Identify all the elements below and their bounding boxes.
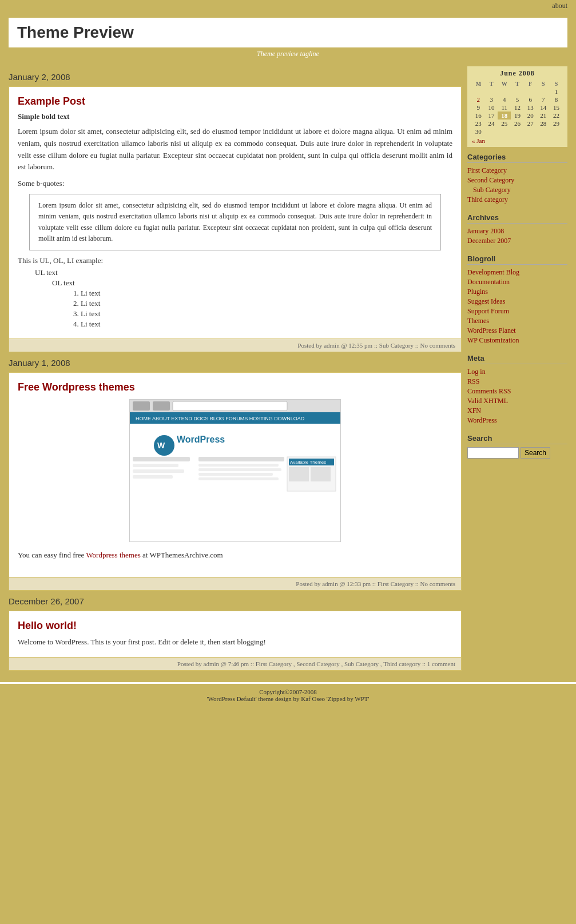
svg-text:W: W [157,441,165,450]
svg-text:HOME  ABOUT  EXTEND  DOCS  BLO: HOME ABOUT EXTEND DOCS BLOG FORUMS HOSTI… [136,416,305,421]
blogroll-wpplanet-link[interactable]: WordPress Planet [467,326,516,334]
calendar-table: M T W T F S S [472,80,563,136]
meta-login-link[interactable]: Log in [467,368,486,376]
blogroll-plugins-link[interactable]: Plugins [467,288,488,296]
post-1-li-4: Li text [81,320,452,329]
post-2-inner: Free Wordpress themes HOME ABOUT EXTEND … [9,373,461,577]
meta-xhtml-link[interactable]: Valid XHTML [467,397,508,405]
category-second: Second Category [467,176,567,185]
post-1-footer: Posted by admin @ 12:35 pm :: Sub Catego… [9,338,461,352]
post-1-title-link[interactable]: Example Post [18,95,85,107]
blogroll-wpcustom-link[interactable]: WP Customization [467,336,519,344]
cal-link[interactable]: 2 [477,96,480,103]
calendar-nav: « Jan [472,137,563,144]
about-link[interactable]: about [552,2,567,10]
archive-dec-2007-link[interactable]: December 2007 [467,237,511,245]
archives-widget: Archives January 2008 December 2007 [467,213,567,246]
cal-cell: 15 [550,103,563,111]
meta-comments-rss-link[interactable]: Comments RSS [467,387,511,395]
post-1-ol-item: OL text [52,278,452,288]
post-1-list-label: This is UL, OL, LI example: [18,256,452,265]
post-1-li-1: Li text [81,289,452,298]
post-3: Hello world! Welcome to WordPress. This … [9,611,462,671]
post-3-title-link[interactable]: Hello world! [18,620,77,631]
main-wrapper: January 2, 2008 Example Post Simple bold… [0,61,576,682]
post-1-ul-item: UL text [35,268,452,277]
svg-rect-15 [198,457,284,461]
blogroll-docs: Documentation [467,277,567,287]
svg-rect-14 [133,475,173,479]
site-title-area: Theme Preview [9,18,567,47]
blogroll-docs-link[interactable]: Documentation [467,278,510,286]
cal-cell [485,87,498,95]
calendar-prev-link[interactable]: « Jan [472,137,485,144]
svg-text:Available Themes: Available Themes [290,460,326,465]
cal-cell: 17 [485,111,498,120]
post-2-link[interactable]: Wordpress themes [86,551,140,559]
post-1: Example Post Simple bold text Lorem ipsu… [9,86,462,352]
category-second-link[interactable]: Second Category [467,176,514,184]
calendar-header-row: M T W T F S S [472,80,563,87]
svg-rect-24 [311,467,331,481]
post-3-inner: Hello world! Welcome to WordPress. This … [9,611,461,657]
header: Theme Preview Theme preview tagline [0,12,576,61]
categories-title: Categories [467,153,567,163]
archives-title: Archives [467,213,567,224]
cal-row-3: 9 10 11 12 13 14 15 [472,103,563,111]
cal-cell [550,128,563,136]
date-header-3: December 26, 2007 [9,596,462,606]
cal-th-t: T [485,80,498,87]
sidebar: June 2008 M T W T F S S [467,66,567,676]
cal-th-w: W [498,80,511,87]
cal-cell: 13 [524,103,537,111]
archives-list: January 2008 December 2007 [467,226,567,246]
post-1-nested-ul: OL text Li text Li text Li text Li text [52,278,452,329]
cal-cell: 22 [550,111,563,120]
cal-cell [498,87,511,95]
category-sub: Sub Category [467,185,567,195]
category-third-link[interactable]: Third category [467,196,508,204]
cal-cell: 12 [511,103,524,111]
cal-cell: 2 [472,95,485,103]
post-2-title-link[interactable]: Free Wordpress themes [18,381,135,393]
category-first-link[interactable]: First Category [467,166,507,174]
search-input[interactable] [467,447,519,459]
cal-cell: 8 [550,95,563,103]
blogroll-dev-link[interactable]: Development Blog [467,268,519,276]
cal-th-t2: T [511,80,524,87]
meta-xfn: XFN [467,406,567,416]
cal-cell [537,87,550,95]
search-button[interactable]: Search [521,447,550,459]
svg-rect-17 [198,468,281,471]
post-2-link-area: You can easy find free Wordpress themes … [18,551,452,560]
cal-row-2: 2 3 4 5 6 7 8 [472,95,563,103]
meta-xhtml: Valid XHTML [467,396,567,406]
meta-rss-link[interactable]: RSS [467,377,479,385]
blogroll-support-link[interactable]: Support Forum [467,307,509,315]
cal-row-4: 16 17 18 19 20 21 22 [472,111,563,120]
cal-row-1: 1 [472,87,563,95]
archive-jan-2008-link[interactable]: January 2008 [467,227,504,235]
wordpress-screenshot: HOME ABOUT EXTEND DOCS BLOG FORUMS HOSTI… [129,399,341,542]
footer-theme-line: 'WordPress Default' theme design by Kaf … [5,695,571,702]
cal-cell: 1 [550,87,563,95]
post-1-blockquote: Lorem ipsum dolor sit amet, consectetur … [29,194,441,250]
blogroll-suggest-link[interactable]: Suggest Ideas [467,297,505,305]
post-1-title[interactable]: Example Post [18,95,452,107]
meta-xfn-link[interactable]: XFN [467,407,481,415]
post-2-text-after: at WPThemesArchive.com [141,551,223,559]
cal-cell: 3 [485,95,498,103]
site-tagline: Theme preview tagline [9,47,567,61]
post-2-title[interactable]: Free Wordpress themes [18,381,452,393]
post-3-title[interactable]: Hello world! [18,620,452,632]
cal-cell: 26 [511,120,524,128]
category-sub-link[interactable]: Sub Category [473,186,511,194]
post-1-ol: Li text Li text Li text Li text [81,289,452,329]
meta-wordpress-link[interactable]: WordPress [467,416,497,424]
post-1-li-2: Li text [81,299,452,308]
blogroll-themes-link[interactable]: Themes [467,317,489,325]
post-1-bquote-label: Some b-quotes: [18,179,452,188]
category-first: First Category [467,166,567,176]
cal-th-f: F [524,80,537,87]
cal-th-m: M [472,80,485,87]
